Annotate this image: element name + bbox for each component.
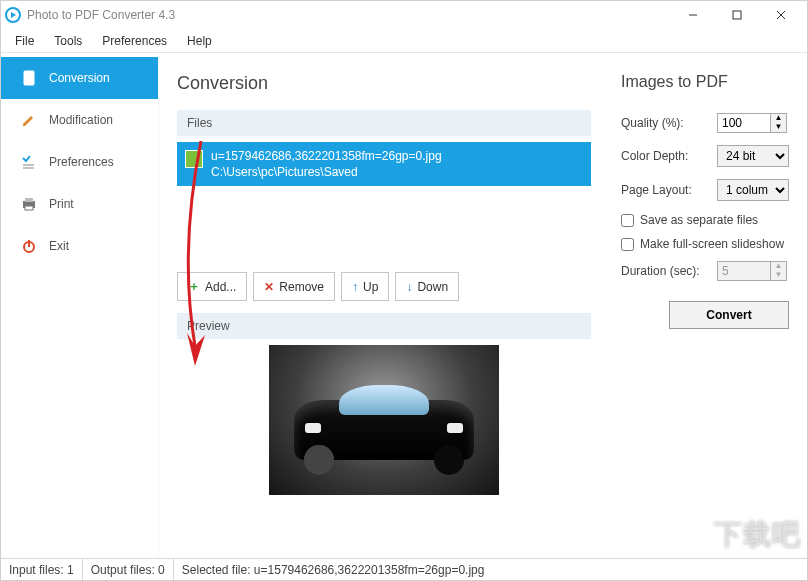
app-icon	[5, 7, 21, 23]
arrow-down-icon: ↓	[406, 280, 412, 294]
printer-icon	[21, 196, 37, 212]
spin-down-icon: ▼	[771, 271, 786, 280]
save-separate-label: Save as separate files	[640, 213, 758, 227]
file-list[interactable]: u=1579462686,3622201358fm=26gp=0.jpg C:\…	[177, 142, 591, 232]
color-depth-select[interactable]: 24 bit	[717, 145, 789, 167]
add-button[interactable]: ＋ Add...	[177, 272, 247, 301]
svg-rect-10	[25, 206, 33, 210]
preview-box	[177, 345, 591, 495]
sidebar-item-exit[interactable]: Exit	[1, 225, 158, 267]
duration-label: Duration (sec):	[621, 264, 700, 278]
quality-label: Quality (%):	[621, 116, 684, 130]
save-separate-checkbox[interactable]	[621, 214, 634, 227]
file-path: C:\Users\pc\Pictures\Saved	[211, 164, 442, 180]
status-selected-file: Selected file: u=1579462686,3622201358fm…	[174, 559, 807, 580]
plus-icon: ＋	[188, 278, 200, 295]
fullscreen-checkbox[interactable]	[621, 238, 634, 251]
minimize-button[interactable]	[671, 1, 715, 29]
page-layout-label: Page Layout:	[621, 183, 692, 197]
menu-help[interactable]: Help	[177, 31, 222, 51]
central-panel: Conversion Files u=1579462686,3622201358…	[159, 53, 609, 558]
statusbar: Input files: 1 Output files: 0 Selected …	[1, 558, 807, 580]
file-actions: ＋ Add... ✕ Remove ↑ Up ↓ Down	[177, 272, 591, 301]
cross-icon: ✕	[264, 280, 274, 294]
document-icon	[21, 70, 37, 86]
sidebar-item-label: Conversion	[49, 71, 110, 85]
convert-button[interactable]: Convert	[669, 301, 789, 329]
quality-input[interactable]	[717, 113, 771, 133]
titlebar: Photo to PDF Converter 4.3	[1, 1, 807, 29]
maximize-button[interactable]	[715, 1, 759, 29]
up-button[interactable]: ↑ Up	[341, 272, 389, 301]
menu-tools[interactable]: Tools	[44, 31, 92, 51]
down-button[interactable]: ↓ Down	[395, 272, 459, 301]
files-header: Files	[177, 110, 591, 136]
sidebar-item-print[interactable]: Print	[1, 183, 158, 225]
spin-down-icon[interactable]: ▼	[771, 123, 786, 132]
right-title: Images to PDF	[621, 73, 789, 91]
duration-input	[717, 261, 771, 281]
sidebar-item-label: Print	[49, 197, 74, 211]
svg-rect-4	[24, 71, 34, 85]
sidebar: Conversion Modification Preferences Prin…	[1, 53, 159, 558]
svg-rect-1	[733, 11, 741, 19]
page-title: Conversion	[177, 73, 591, 94]
sidebar-item-modification[interactable]: Modification	[1, 99, 158, 141]
watermark: 下载吧	[714, 516, 801, 554]
file-thumbnail-icon	[185, 150, 203, 168]
save-separate-row[interactable]: Save as separate files	[621, 213, 789, 227]
fullscreen-label: Make full-screen slideshow	[640, 237, 784, 251]
remove-label: Remove	[279, 280, 324, 294]
up-label: Up	[363, 280, 378, 294]
pencil-icon	[21, 112, 37, 128]
sidebar-item-conversion[interactable]: Conversion	[1, 57, 158, 99]
fullscreen-row[interactable]: Make full-screen slideshow	[621, 237, 789, 251]
file-name: u=1579462686,3622201358fm=26gp=0.jpg	[211, 148, 442, 164]
preview-image	[269, 345, 499, 495]
down-label: Down	[417, 280, 448, 294]
menu-preferences[interactable]: Preferences	[92, 31, 177, 51]
sidebar-item-label: Preferences	[49, 155, 114, 169]
page-layout-select[interactable]: 1 column	[717, 179, 789, 201]
status-output-files: Output files: 0	[83, 559, 174, 580]
sidebar-item-preferences[interactable]: Preferences	[1, 141, 158, 183]
color-depth-label: Color Depth:	[621, 149, 688, 163]
sidebar-item-label: Modification	[49, 113, 113, 127]
menubar: File Tools Preferences Help	[1, 29, 807, 53]
status-input-files: Input files: 1	[1, 559, 83, 580]
quality-spinner[interactable]: ▲▼	[717, 113, 789, 133]
checklist-icon	[21, 154, 37, 170]
arrow-up-icon: ↑	[352, 280, 358, 294]
close-button[interactable]	[759, 1, 803, 29]
add-label: Add...	[205, 280, 236, 294]
right-panel: Images to PDF Quality (%): ▲▼ Color Dept…	[609, 53, 807, 558]
duration-spinner: ▲▼	[717, 261, 789, 281]
window-title: Photo to PDF Converter 4.3	[27, 8, 671, 22]
power-icon	[21, 238, 37, 254]
file-row[interactable]: u=1579462686,3622201358fm=26gp=0.jpg C:\…	[177, 142, 591, 186]
preview-header: Preview	[177, 313, 591, 339]
remove-button[interactable]: ✕ Remove	[253, 272, 335, 301]
svg-rect-9	[25, 198, 33, 202]
sidebar-item-label: Exit	[49, 239, 69, 253]
menu-file[interactable]: File	[5, 31, 44, 51]
